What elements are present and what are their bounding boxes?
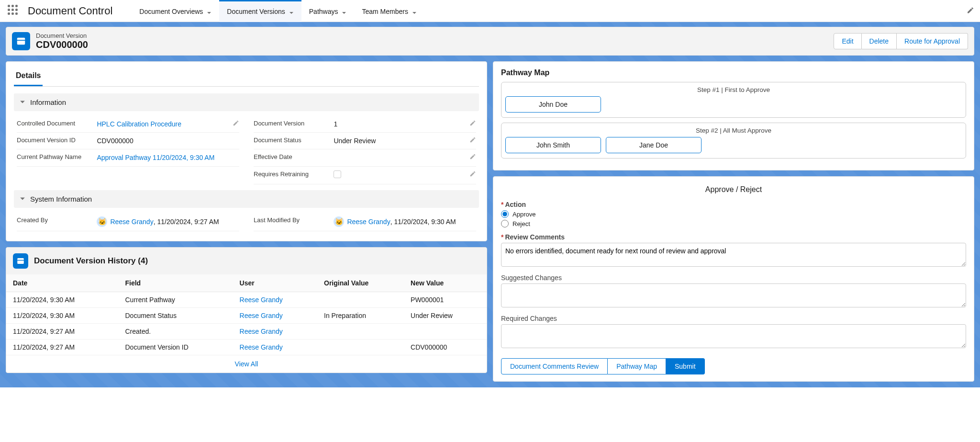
field-label: Last Modified By <box>254 216 334 225</box>
nav-tab-document-versions[interactable]: Document Versions <box>219 0 301 22</box>
suggested-changes-group: Suggested Changes <box>501 274 966 309</box>
edit-nav-icon[interactable] <box>967 6 974 15</box>
field-requires-retraining: Requires Retraining <box>254 167 476 184</box>
suggested-changes-input[interactable] <box>501 283 966 307</box>
review-comments-input[interactable] <box>501 243 966 267</box>
pathway-person[interactable]: Jane Doe <box>606 137 702 153</box>
cell-new-value: PW000001 <box>404 292 487 307</box>
view-all-link[interactable]: View All <box>235 360 258 368</box>
required-changes-label: Required Changes <box>501 315 966 322</box>
required-changes-input[interactable] <box>501 324 966 348</box>
edit-field-icon[interactable] <box>469 153 476 161</box>
history-user-link[interactable]: Reese Grandy <box>240 312 283 319</box>
cell-original-value <box>317 323 404 339</box>
col-user: User <box>233 274 317 292</box>
radio-approve-row[interactable]: Approve <box>501 210 966 218</box>
required-changes-group: Required Changes <box>501 315 966 350</box>
edit-field-icon[interactable] <box>469 120 476 128</box>
edit-field-icon[interactable] <box>469 170 476 179</box>
edit-field-icon[interactable] <box>233 120 239 128</box>
cell-new-value: Under Review <box>404 307 487 323</box>
cell-new-value <box>404 323 487 339</box>
history-user-link[interactable]: Reese Grandy <box>240 343 283 351</box>
field-label: Effective Date <box>254 153 334 161</box>
section-information[interactable]: Information <box>14 93 479 111</box>
chevron-down-icon <box>20 98 25 106</box>
section-system-information[interactable]: System Information <box>14 190 479 208</box>
approve-radio[interactable] <box>501 210 509 218</box>
table-row: 11/20/2024, 9:27 AMCreated.Reese Grandy <box>6 323 487 339</box>
radio-reject-row[interactable]: Reject <box>501 220 966 227</box>
field-current-pathway-name: Current Pathway Name Approval Pathway 11… <box>17 149 239 166</box>
nav-tab-label: Team Members <box>362 8 408 15</box>
history-table: Date Field User Original Value New Value… <box>6 274 487 355</box>
field-value: 1 <box>334 120 476 128</box>
cell-user: Reese Grandy <box>233 339 317 355</box>
cell-date: 11/20/2024, 9:30 AM <box>6 292 119 307</box>
chevron-down-icon[interactable] <box>342 9 346 14</box>
created-by-user-link[interactable]: Reese Grandy <box>110 217 153 226</box>
edit-button[interactable]: Edit <box>834 33 861 49</box>
pathway-person[interactable]: John Doe <box>505 96 601 113</box>
pathway-map-card: Pathway Map Step #1 | First to ApproveJo… <box>493 61 974 170</box>
action-label: Action <box>505 201 526 208</box>
user-chip: 🐱 Reese Grandy <box>97 216 153 227</box>
cell-date: 11/20/2024, 9:30 AM <box>6 307 119 323</box>
cell-original-value <box>317 292 404 307</box>
chevron-down-icon <box>20 195 25 203</box>
approve-reject-card: Approve / Reject *Action Approve Reject … <box>493 176 974 382</box>
pathway-person-row: John SmithJane Doe <box>505 137 962 153</box>
user-chip: 🐱 Reese Grandy <box>334 216 390 227</box>
field-label: Created By <box>17 216 97 225</box>
delete-button[interactable]: Delete <box>862 33 897 49</box>
action-group: *Action Approve Reject <box>501 201 966 227</box>
pathway-map-button[interactable]: Pathway Map <box>608 358 666 374</box>
field-label: Document Status <box>254 136 334 145</box>
view-all-row: View All <box>6 355 487 373</box>
field-label: Requires Retraining <box>254 170 334 179</box>
created-by-ts-value: 11/20/2024, 9:27 AM <box>157 218 219 226</box>
chevron-down-icon[interactable] <box>412 9 417 14</box>
cell-original-value: In Preparation <box>317 307 404 323</box>
requires-retraining-checkbox <box>334 170 341 178</box>
reject-radio-label: Reject <box>512 220 530 227</box>
history-user-link[interactable]: Reese Grandy <box>240 328 283 335</box>
details-card: Details Information Controlled Document … <box>6 61 487 241</box>
field-document-version: Document Version 1 <box>254 116 476 133</box>
chevron-down-icon[interactable] <box>289 9 294 14</box>
record-header: Document Version CDV000000 Edit Delete R… <box>6 27 974 56</box>
app-launcher-icon[interactable] <box>8 5 20 17</box>
history-title: Document Version History <box>34 256 136 265</box>
record-title: CDV000000 <box>36 39 88 50</box>
record-kicker: Document Version <box>36 32 88 39</box>
field-value: Under Review <box>334 136 476 145</box>
chevron-down-icon[interactable] <box>207 9 212 14</box>
cell-user: Reese Grandy <box>233 292 317 307</box>
pathway-person[interactable]: John Smith <box>505 137 601 153</box>
reject-radio[interactable] <box>501 220 509 227</box>
history-header: Document Version History (4) <box>6 248 487 274</box>
nav-tab-team-members[interactable]: Team Members <box>354 0 424 22</box>
nav-tabs: Document Overviews Document Versions Pat… <box>132 0 424 22</box>
edit-field-icon[interactable] <box>469 136 476 145</box>
tab-details[interactable]: Details <box>14 68 43 86</box>
cell-date: 11/20/2024, 9:27 AM <box>6 323 119 339</box>
last-modified-by-user-link[interactable]: Reese Grandy <box>347 217 390 226</box>
nav-tab-pathways[interactable]: Pathways <box>301 0 355 22</box>
created-by-ts: , 11/20/2024, 9:27 AM <box>154 218 219 226</box>
field-label: Controlled Document <box>17 120 97 128</box>
current-pathway-link[interactable]: Approval Pathway 11/20/2024, 9:30 AM <box>97 154 214 161</box>
cell-user: Reese Grandy <box>233 323 317 339</box>
submit-button[interactable]: Submit <box>666 358 705 374</box>
nav-tab-label: Document Versions <box>227 8 285 15</box>
controlled-document-link[interactable]: HPLC Calibration Procedure <box>97 120 181 128</box>
nav-tab-document-overviews[interactable]: Document Overviews <box>132 0 219 22</box>
cell-field: Document Status <box>119 307 233 323</box>
nav-tab-label: Document Overviews <box>139 8 203 15</box>
history-user-link[interactable]: Reese Grandy <box>240 296 283 304</box>
document-comments-review-button[interactable]: Document Comments Review <box>501 358 608 374</box>
route-for-approval-button[interactable]: Route for Approval <box>897 33 968 49</box>
pathway-step: Step #2 | All Must ApproveJohn SmithJane… <box>501 123 966 159</box>
field-last-modified-by: Last Modified By 🐱 Reese Grandy , 11/20/… <box>254 213 476 231</box>
field-document-status: Document Status Under Review <box>254 133 476 149</box>
